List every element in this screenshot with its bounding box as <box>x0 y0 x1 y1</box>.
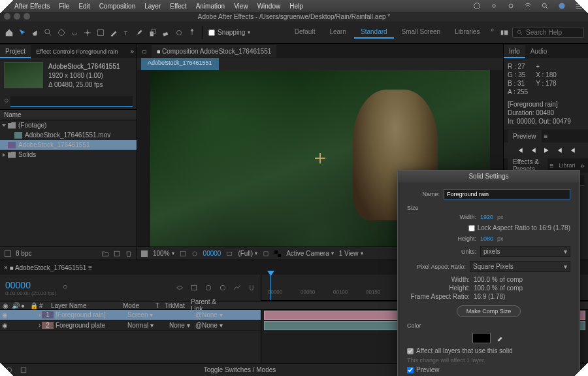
preview-checkbox[interactable]: Preview <box>407 366 570 373</box>
rect-tool-icon[interactable] <box>95 27 106 38</box>
tree-row-footage-folder[interactable]: (Footage) <box>0 120 137 130</box>
pen-tool-icon[interactable] <box>108 27 119 38</box>
spotlight-icon[interactable] <box>541 2 549 10</box>
grid-icon[interactable] <box>180 250 186 257</box>
cc-icon[interactable] <box>473 2 481 10</box>
project-list-header[interactable]: Name <box>0 109 137 120</box>
tab-preview[interactable]: Preview <box>508 130 542 143</box>
playhead[interactable] <box>270 275 271 300</box>
menu-view[interactable]: View <box>234 3 248 10</box>
sync-icon[interactable] <box>507 2 515 10</box>
wifi-icon[interactable] <box>524 2 532 10</box>
tab-composition[interactable]: ■ Composition AdobeStock_176461551 <box>152 45 276 58</box>
blend-mode-dropdown[interactable]: Screen ▾ <box>125 311 158 318</box>
first-frame-icon[interactable] <box>516 146 524 154</box>
gear-icon[interactable] <box>490 2 498 10</box>
toggle-switches-button[interactable]: Toggle Switches / Modes <box>34 366 446 373</box>
help-search-input[interactable] <box>526 29 578 36</box>
parent-dropdown[interactable]: None ▾ <box>200 311 239 318</box>
selection-tool-icon[interactable] <box>17 27 27 38</box>
snapshot-icon[interactable] <box>226 250 233 257</box>
layer-row[interactable]: ◉ › 1 [Foreground rain] Screen ▾ @ None … <box>0 310 261 320</box>
render-icon[interactable] <box>20 366 27 374</box>
menu-window[interactable]: Window <box>257 3 281 10</box>
brush-tool-icon[interactable] <box>135 27 145 38</box>
lock-icon[interactable] <box>141 48 148 54</box>
interpret-icon[interactable] <box>4 250 12 258</box>
ws-default[interactable]: Default <box>288 26 322 39</box>
eyedropper-icon[interactable] <box>496 333 505 342</box>
next-frame-icon[interactable] <box>555 146 563 154</box>
menu-composition[interactable]: Composition <box>99 3 136 10</box>
play-icon[interactable] <box>542 146 550 154</box>
user-icon[interactable] <box>558 2 566 10</box>
zoom-tool-icon[interactable] <box>43 27 54 38</box>
ws-libraries[interactable]: Libraries <box>448 26 486 39</box>
lock-aspect-checkbox[interactable]: Lock Aspect Ratio to 16:9 (1.78) <box>468 224 570 231</box>
ws-small[interactable]: Small Screen <box>395 26 447 39</box>
menu-edit[interactable]: Edit <box>78 3 90 10</box>
home-icon[interactable] <box>4 27 14 38</box>
layer-row[interactable]: ◉ › 2 Foreground plate Normal ▾ None ▾ @… <box>0 320 261 331</box>
width-value[interactable]: 1920 <box>480 214 493 220</box>
motion-blur-icon[interactable] <box>219 284 227 292</box>
alpha-icon[interactable] <box>141 250 148 257</box>
trkmat-dropdown[interactable]: None ▾ <box>167 322 193 329</box>
units-dropdown[interactable]: pixels▾ <box>480 246 570 257</box>
roi-icon[interactable] <box>263 250 269 257</box>
reset-workspace-icon[interactable] <box>499 27 510 38</box>
viewer-time[interactable]: 00000 <box>203 250 221 257</box>
last-frame-icon[interactable] <box>568 146 576 154</box>
solid-name-input[interactable] <box>444 189 570 199</box>
asset-thumbnail[interactable] <box>4 62 43 88</box>
tree-row-mov[interactable]: AdobeStock_176461551.mov <box>0 130 137 140</box>
view-dropdown[interactable]: 1 View▾ <box>339 250 363 257</box>
mac-menubar[interactable]: After Effects File Edit Composition Laye… <box>0 0 588 12</box>
mask-icon[interactable] <box>191 250 198 257</box>
comp-breadcrumb[interactable]: AdobeStock_176461551 <box>141 58 219 70</box>
menu-layer[interactable]: Layer <box>144 3 161 10</box>
disclosure-icon[interactable] <box>2 124 6 127</box>
prev-frame-icon[interactable] <box>529 146 537 154</box>
menu-file[interactable]: File <box>59 3 69 10</box>
shy-icon[interactable] <box>176 284 184 292</box>
ws-standard[interactable]: Standard <box>354 26 394 39</box>
help-search[interactable] <box>512 27 584 38</box>
par-dropdown[interactable]: Square Pixels▾ <box>470 261 570 272</box>
text-tool-icon[interactable]: T <box>122 27 132 38</box>
make-comp-size-button[interactable]: Make Comp Size <box>457 305 521 317</box>
layer-name[interactable]: Foreground plate <box>54 322 125 329</box>
visibility-icon[interactable]: ◉ <box>0 311 9 318</box>
camera-dropdown[interactable]: Active Camera▾ <box>286 250 334 257</box>
graph-icon[interactable] <box>233 284 241 292</box>
menu-app[interactable]: After Effects <box>14 3 50 10</box>
pickwhip-icon[interactable]: @ <box>193 322 200 329</box>
menu-help[interactable]: Help <box>289 3 303 10</box>
pickwhip-icon[interactable]: @ <box>193 311 200 318</box>
tab-info[interactable]: Info <box>504 45 525 58</box>
disclosure-icon[interactable] <box>3 153 5 157</box>
puppet-tool-icon[interactable] <box>187 27 197 38</box>
snapping-toggle[interactable]: Snapping ▾ <box>208 29 250 36</box>
chevron-right-icon[interactable]: » <box>487 26 497 39</box>
ws-learn[interactable]: Learn <box>323 26 353 39</box>
frame-blend-icon[interactable] <box>204 284 212 292</box>
trash-icon[interactable] <box>125 250 133 258</box>
draft3d-icon[interactable] <box>190 284 198 292</box>
tab-effect-controls[interactable]: Effect Controls Foreground rain <box>31 45 123 58</box>
anchor-tool-icon[interactable] <box>82 27 93 38</box>
bpc-badge[interactable]: 8 bpc <box>16 250 31 257</box>
current-time[interactable]: 00000 <box>5 280 56 290</box>
menu-animation[interactable]: Animation <box>196 3 225 10</box>
snap-icon[interactable] <box>248 284 255 292</box>
rotate-tool-icon[interactable] <box>69 27 80 38</box>
tree-row-solids-folder[interactable]: Solids <box>0 150 137 160</box>
layer-name[interactable]: [Foreground rain] <box>54 311 125 318</box>
clone-tool-icon[interactable] <box>148 27 158 38</box>
color-swatch[interactable] <box>472 333 491 343</box>
transparency-icon[interactable] <box>274 250 281 257</box>
hand-tool-icon[interactable] <box>30 27 41 38</box>
resolution-dropdown[interactable]: (Full)▾ <box>238 250 257 257</box>
chevron-right-icon[interactable]: » <box>580 162 584 169</box>
tab-audio[interactable]: Audio <box>525 45 553 58</box>
